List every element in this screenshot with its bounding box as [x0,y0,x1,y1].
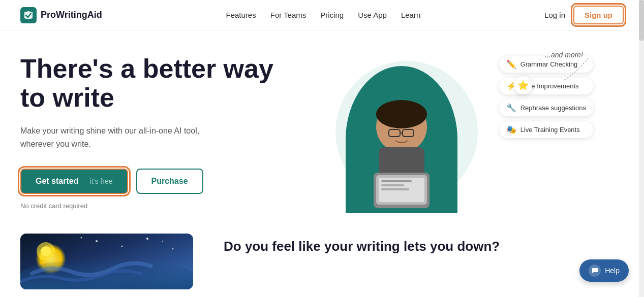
bottom-image [20,234,193,289]
svg-point-21 [81,237,82,239]
help-button[interactable]: Help [579,259,629,282]
starry-night-bg [20,234,193,289]
hero-left: There's a better way to write Make your … [20,54,305,210]
star-emoji: ⭐ [517,80,529,91]
bubble-rephrase: 🔧 Rephrase suggestions [499,100,593,116]
logo-icon [20,7,37,23]
svg-rect-11 [381,180,412,182]
training-icon: 🎭 [506,125,516,135]
hero-section: There's a better way to write Make your … [0,30,644,223]
logo-text: ProWritingAid [41,10,102,20]
hero-title: There's a better way to write [20,54,305,112]
login-link[interactable]: Log in [544,11,565,19]
bottom-section: Do you feel like your writing lets you d… [0,234,644,289]
svg-point-3 [376,100,427,128]
get-started-label: Get started [36,177,78,185]
hero-buttons: Get started — it's free Purchase [20,169,305,194]
hero-right: ⭐ ...and more! ✏️ Grammar Checking ⚡ Sty… [305,51,624,213]
scrollbar[interactable] [639,0,644,297]
star-badge: ⭐ [514,76,532,94]
get-started-button[interactable]: Get started — it's free [20,169,128,194]
nav-pricing[interactable]: Pricing [320,11,344,19]
svg-point-20 [162,241,163,242]
signup-button[interactable]: Sign up [573,6,624,24]
person-illustration [325,51,478,213]
nav-learn[interactable]: Learn [401,11,420,19]
svg-point-19 [172,248,174,250]
get-started-suffix: — it's free [81,177,113,185]
help-label: Help [605,267,620,275]
svg-point-15 [41,246,51,256]
svg-point-18 [146,238,148,240]
bottom-title: Do you feel like your writing lets you d… [224,239,624,254]
navbar-links: Features For Teams Pricing Use App Learn [226,11,421,19]
person-svg [341,61,463,213]
scrollbar-thumb[interactable] [639,0,644,41]
hero-subtitle: Make your writing shine with our all-in-… [20,124,213,150]
navbar-actions: Log in Sign up [544,6,624,24]
bottom-text: Do you feel like your writing lets you d… [224,234,624,254]
help-icon [589,265,601,277]
bubble-training: 🎭 Live Training Events [499,121,593,138]
no-credit-text: No credit card required [20,202,305,210]
chat-icon [591,267,598,274]
nav-use-app[interactable]: Use App [358,11,387,19]
and-more-label: ...and more! [545,51,583,59]
nav-features[interactable]: Features [226,11,256,19]
purchase-button[interactable]: Purchase [136,169,203,194]
bubble-training-label: Live Training Events [520,126,580,134]
grammar-icon: ✏️ [506,59,516,69]
navbar: ProWritingAid Features For Teams Pricing… [0,0,644,30]
starry-svg [20,234,193,289]
svg-point-17 [121,246,123,247]
bubble-rephrase-label: Rephrase suggestions [520,104,586,112]
nav-for-teams[interactable]: For Teams [270,11,306,19]
svg-point-16 [96,240,98,242]
logo[interactable]: ProWritingAid [20,7,102,23]
svg-rect-12 [381,184,404,186]
deco-curve [553,56,593,86]
svg-rect-13 [381,188,409,190]
rephrase-icon: 🔧 [506,103,516,113]
